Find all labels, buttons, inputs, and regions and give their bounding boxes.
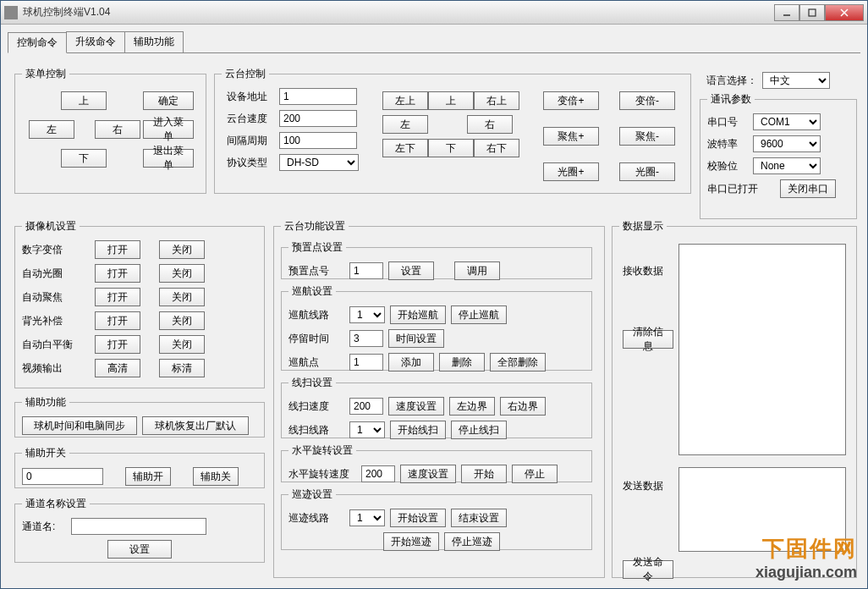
tour-end-set-button[interactable]: 结束设置 bbox=[451, 509, 507, 527]
tour-start-set-button[interactable]: 开始设置 bbox=[390, 509, 446, 527]
factory-reset-button[interactable]: 球机恢复出厂默认 bbox=[142, 416, 249, 435]
preset-set-button[interactable]: 设置 bbox=[388, 261, 434, 280]
awb-open-button[interactable]: 打开 bbox=[95, 335, 140, 354]
iris-in-button[interactable]: 光圈+ bbox=[543, 162, 599, 181]
hrot-stop-button[interactable]: 停止 bbox=[512, 465, 558, 483]
stay-time-input[interactable] bbox=[349, 330, 383, 347]
menu-up-button[interactable]: 上 bbox=[61, 91, 107, 110]
zoom-in-button[interactable]: 变倍+ bbox=[543, 91, 599, 110]
group-tour: 巡迹设置 巡迹线路1开始设置结束设置 开始巡迹停止巡迹 bbox=[281, 487, 592, 550]
group-aux-switch: 辅助开关 辅助开辅助关 bbox=[14, 446, 265, 488]
tour-stop-button[interactable]: 停止巡迹 bbox=[444, 532, 500, 551]
ptz-top-button[interactable]: 上 bbox=[428, 91, 474, 110]
legend-linescan: 线扫设置 bbox=[288, 376, 336, 390]
cruise-del-all-button[interactable]: 全部删除 bbox=[490, 353, 546, 372]
hrot-speed-input[interactable] bbox=[361, 465, 395, 482]
afocus-close-button[interactable]: 关闭 bbox=[159, 288, 205, 306]
cruise-add-button[interactable]: 添加 bbox=[388, 353, 434, 372]
cruise-del-button[interactable]: 删除 bbox=[439, 353, 485, 372]
cruise-point-input[interactable] bbox=[349, 354, 383, 371]
aux-off-button[interactable]: 辅助关 bbox=[193, 467, 239, 486]
ptz-bottom-left-button[interactable]: 左下 bbox=[382, 139, 428, 157]
select-baud[interactable]: 9600 bbox=[753, 135, 821, 152]
cruise-start-button[interactable]: 开始巡航 bbox=[390, 306, 446, 324]
zoom-out-button[interactable]: 变倍- bbox=[619, 91, 675, 110]
vout-hd-button[interactable]: 高清 bbox=[95, 359, 140, 377]
menu-right-button[interactable]: 右 bbox=[95, 120, 140, 139]
label-preset-num: 预置点号 bbox=[288, 264, 344, 278]
cruise-stop-button[interactable]: 停止巡航 bbox=[451, 306, 507, 324]
tab-control[interactable]: 控制命令 bbox=[8, 32, 67, 53]
legend-aux-fn: 辅助功能 bbox=[22, 395, 69, 410]
linescan-left-button[interactable]: 左边界 bbox=[449, 397, 495, 416]
iris-out-button[interactable]: 光圈- bbox=[619, 162, 675, 181]
hrot-start-button[interactable]: 开始 bbox=[461, 465, 507, 483]
input-dev-addr[interactable] bbox=[279, 88, 357, 105]
linescan-route-select[interactable]: 1 bbox=[349, 421, 385, 438]
tab-upgrade[interactable]: 升级命令 bbox=[66, 31, 125, 52]
send-textarea[interactable] bbox=[678, 467, 846, 552]
sync-time-button[interactable]: 球机时间和电脑同步 bbox=[22, 416, 137, 435]
awb-close-button[interactable]: 关闭 bbox=[159, 335, 205, 354]
preset-num-input[interactable] bbox=[349, 262, 383, 279]
dzoom-open-button[interactable]: 打开 bbox=[95, 240, 140, 259]
menu-down-button[interactable]: 下 bbox=[61, 149, 107, 168]
channel-name-input[interactable] bbox=[71, 518, 206, 535]
dzoom-close-button[interactable]: 关闭 bbox=[159, 240, 205, 259]
linescan-start-button[interactable]: 开始线扫 bbox=[390, 421, 446, 439]
linescan-stop-button[interactable]: 停止线扫 bbox=[451, 421, 507, 439]
input-interval[interactable] bbox=[279, 132, 357, 149]
legend-aux-switch: 辅助开关 bbox=[22, 446, 69, 460]
select-port[interactable]: COM1 bbox=[753, 113, 821, 130]
vout-sd-button[interactable]: 标清 bbox=[159, 359, 205, 377]
input-ptz-speed[interactable] bbox=[279, 110, 357, 127]
menu-enter-button[interactable]: 进入菜单 bbox=[143, 120, 194, 139]
label-cruise-point: 巡航点 bbox=[288, 355, 344, 370]
channel-name-set-button[interactable]: 设置 bbox=[107, 540, 172, 559]
ptz-bottom-button[interactable]: 下 bbox=[428, 139, 474, 157]
close-port-button[interactable]: 关闭串口 bbox=[780, 179, 836, 198]
legend-camera: 摄像机设置 bbox=[22, 219, 80, 234]
clear-info-button[interactable]: 清除信息 bbox=[623, 330, 673, 349]
menu-exit-button[interactable]: 退出菜单 bbox=[143, 149, 194, 168]
linescan-speed-input[interactable] bbox=[349, 398, 383, 415]
tab-aux[interactable]: 辅助功能 bbox=[124, 31, 184, 52]
ptz-bottom-right-button[interactable]: 右下 bbox=[474, 139, 519, 157]
select-proto[interactable]: DH-SD bbox=[279, 154, 359, 171]
preset-call-button[interactable]: 调用 bbox=[454, 261, 500, 280]
tour-start-button[interactable]: 开始巡迹 bbox=[383, 532, 439, 551]
time-set-button[interactable]: 时间设置 bbox=[388, 329, 444, 348]
menu-ok-button[interactable]: 确定 bbox=[143, 91, 194, 110]
ptz-left-button[interactable]: 左 bbox=[382, 115, 428, 134]
app-icon bbox=[4, 6, 18, 19]
menu-left-button[interactable]: 左 bbox=[29, 120, 74, 139]
recv-textarea[interactable] bbox=[678, 244, 846, 455]
label-blc: 背光补偿 bbox=[22, 314, 90, 328]
afocus-open-button[interactable]: 打开 bbox=[95, 288, 140, 306]
select-language[interactable]: 中文 bbox=[762, 72, 830, 89]
airis-open-button[interactable]: 打开 bbox=[95, 264, 140, 283]
send-cmd-button[interactable]: 发送命令 bbox=[623, 560, 673, 579]
linescan-speed-set-button[interactable]: 速度设置 bbox=[388, 397, 444, 416]
close-button[interactable] bbox=[825, 4, 864, 21]
ptz-right-button[interactable]: 右 bbox=[467, 115, 513, 134]
group-aux-fn: 辅助功能 球机时间和电脑同步球机恢复出厂默认 bbox=[14, 395, 265, 438]
blc-open-button[interactable]: 打开 bbox=[95, 311, 140, 330]
aux-on-button[interactable]: 辅助开 bbox=[125, 467, 171, 486]
aux-switch-input[interactable] bbox=[22, 468, 103, 485]
select-parity[interactable]: None bbox=[753, 157, 821, 174]
cruise-route-select[interactable]: 1 bbox=[349, 306, 385, 323]
linescan-right-button[interactable]: 右边界 bbox=[500, 397, 546, 416]
group-ptz-control: 云台控制 设备地址 云台速度 间隔周期 协议类型DH-SD 左上 上 右上 左 bbox=[214, 67, 691, 194]
tour-route-select[interactable]: 1 bbox=[349, 509, 385, 526]
blc-close-button[interactable]: 关闭 bbox=[159, 311, 205, 330]
hrot-speed-set-button[interactable]: 速度设置 bbox=[400, 465, 456, 483]
focus-in-button[interactable]: 聚焦+ bbox=[543, 127, 599, 146]
minimize-button[interactable] bbox=[774, 4, 799, 21]
ptz-top-left-button[interactable]: 左上 bbox=[382, 91, 428, 110]
focus-out-button[interactable]: 聚焦- bbox=[619, 127, 675, 146]
maximize-button[interactable] bbox=[799, 4, 825, 21]
airis-close-button[interactable]: 关闭 bbox=[159, 264, 205, 283]
label-hrot-speed: 水平旋转速度 bbox=[288, 467, 356, 482]
ptz-top-right-button[interactable]: 右上 bbox=[474, 91, 519, 110]
